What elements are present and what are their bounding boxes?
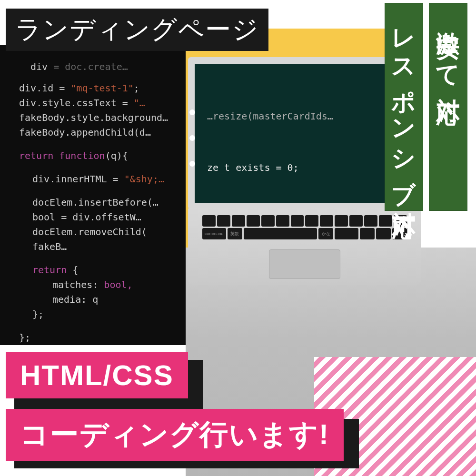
code-token: return — [19, 150, 53, 161]
key-space — [244, 228, 317, 239]
code-token: = doc. — [48, 61, 88, 72]
code-token: create… — [88, 61, 128, 72]
code-token: div — [32, 173, 50, 185]
key-eisuu: 英数 — [228, 228, 242, 239]
code-token: "mq-test-1" — [70, 82, 133, 94]
dot-icon — [189, 109, 195, 115]
code-token: function — [53, 150, 105, 161]
code-token: = div.offsetW… — [55, 211, 141, 223]
laptop-base: command 英数 かな — [188, 208, 421, 285]
bottom-banner-line2: コーディング行います! — [6, 409, 344, 461]
trackpad — [269, 249, 340, 279]
code-line: }; — [19, 307, 178, 322]
key-command: command — [202, 228, 226, 239]
code-token: q — [87, 294, 98, 305]
code-token: .style.cssText = — [36, 97, 134, 109]
keyboard: command 英数 かな — [202, 215, 407, 244]
code-token: media: — [52, 294, 87, 305]
code-line: ze_t exists = 0; — [207, 159, 388, 176]
vertical-banners: レスポンシブ対応可 激安にて対応 — [385, 3, 467, 211]
code-token: (q){ — [105, 150, 128, 161]
code-token: div — [19, 97, 36, 109]
code-line: docElem.removeChild( fakeB… — [19, 225, 178, 254]
vertical-banner-responsive: レスポンシブ対応可 — [385, 3, 423, 211]
code-line: fakeBody.appendChild(d… — [19, 125, 178, 140]
code-token: .innerHTML = — [50, 173, 124, 185]
code-token: bool, — [98, 279, 132, 290]
code-token: .id = — [36, 82, 70, 94]
vertical-banner-cheap: 激安にて対応 — [429, 3, 467, 211]
code-line: fakeBody.style.background… — [19, 110, 178, 125]
code-dark-image: div = doc.create… div.id = "mq-test-1"; … — [0, 45, 186, 345]
code-token: div — [30, 61, 48, 72]
decorative-dots — [189, 109, 195, 167]
code-line: …resize(masterCardIds… — [207, 108, 388, 125]
code-token: "… — [134, 97, 145, 109]
code-token: { — [67, 264, 78, 276]
laptop-screen: …resize(masterCardIds… ze_t exists = 0; … — [188, 57, 407, 209]
code-token: "&shy;… — [124, 173, 164, 185]
code-token: div — [19, 82, 36, 94]
code-token: return — [32, 264, 67, 276]
top-banner: ランディングページ — [6, 9, 268, 51]
bottom-banners: HTML/CSS コーディング行います! — [6, 352, 344, 461]
laptop-code: …resize(masterCardIds… ze_t exists = 0; … — [195, 64, 400, 209]
code-token: matches: — [52, 279, 98, 290]
dot-icon — [189, 161, 195, 167]
code-token: bool — [32, 211, 55, 223]
bottom-banner-line1: HTML/CSS — [6, 352, 188, 398]
dot-icon — [189, 135, 195, 141]
key-kana: かな — [318, 228, 333, 239]
code-line: docElem.insertBefore(… — [19, 195, 178, 210]
code-line: }; — [19, 330, 178, 345]
